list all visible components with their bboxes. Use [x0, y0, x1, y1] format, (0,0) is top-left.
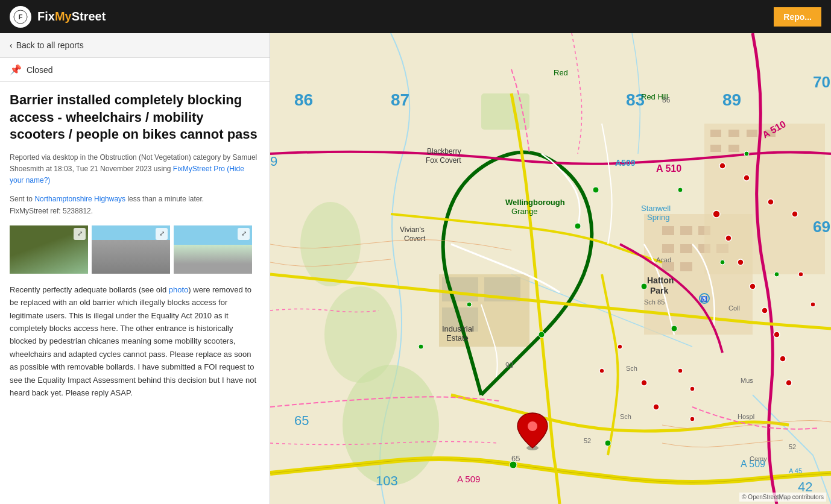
report-problem-button[interactable]: Repo...: [774, 7, 821, 27]
svg-rect-22: [710, 145, 721, 152]
location-pin-icon: 📌: [10, 64, 22, 75]
svg-text:Cemy: Cemy: [750, 455, 767, 462]
svg-point-100: [653, 404, 659, 410]
expand-photo-icon[interactable]: ⤢: [74, 228, 86, 240]
svg-point-102: [599, 368, 604, 373]
svg-text:89: 89: [722, 90, 741, 109]
svg-text:F: F: [19, 13, 23, 20]
report-title: Barrier installed completely blocking ac…: [10, 92, 260, 143]
svg-text:Grange: Grange: [511, 207, 537, 216]
svg-rect-12: [680, 244, 692, 253]
svg-point-82: [419, 344, 423, 349]
photo-thumbnail[interactable]: ⤢: [92, 225, 170, 274]
back-link-label: Back to all reports: [16, 40, 84, 50]
svg-text:Estate: Estate: [446, 333, 469, 342]
svg-point-79: [605, 440, 611, 446]
report-content: Barrier installed completely blocking ac…: [0, 82, 270, 409]
svg-rect-17: [704, 124, 825, 274]
svg-rect-9: [680, 226, 692, 235]
authority-link[interactable]: Northamptonshire Highways: [34, 195, 125, 203]
svg-point-109: [528, 421, 537, 431]
svg-point-93: [719, 163, 725, 169]
report-sidebar: ‹ Back to all reports 📌 Closed Barrier i…: [0, 33, 270, 504]
svg-point-87: [738, 259, 744, 265]
svg-point-72: [539, 332, 545, 338]
photo-strip: ⤢ ⤢ ⤢: [10, 225, 260, 274]
svg-point-81: [467, 302, 472, 307]
photo-thumbnail[interactable]: ⤢: [174, 225, 252, 274]
svg-point-71: [510, 461, 517, 468]
svg-point-85: [713, 210, 720, 218]
fixmystreet-pro-link[interactable]: FixMyStreet Pro: [173, 165, 225, 173]
svg-rect-18: [710, 130, 721, 137]
svg-rect-8: [662, 226, 674, 235]
expand-photo-icon[interactable]: ⤢: [238, 228, 250, 240]
map-attribution: © OpenStreetMap contributors: [739, 493, 826, 502]
svg-point-104: [678, 368, 683, 373]
svg-text:103: 103: [376, 473, 398, 488]
svg-point-84: [774, 272, 779, 277]
report-metadata: Reported via desktop in the Obstruction …: [10, 152, 260, 187]
svg-text:A509: A509: [615, 158, 636, 168]
svg-text:9: 9: [270, 154, 277, 169]
svg-text:Covert: Covert: [404, 235, 426, 243]
svg-point-101: [690, 417, 695, 421]
back-to-reports-link[interactable]: ‹ Back to all reports: [10, 40, 260, 50]
status-bar: 📌 Closed: [0, 58, 270, 82]
svg-point-86: [725, 235, 731, 241]
report-ref: FixMyStreet ref: 5238812.: [10, 207, 93, 215]
svg-point-89: [762, 307, 768, 313]
svg-text:Spring: Spring: [647, 213, 670, 222]
svg-point-74: [593, 187, 599, 193]
svg-text:52: 52: [789, 443, 796, 450]
map-area[interactable]: 86 87 83 89 70 69 9 65 103 42 A 510 A 51…: [270, 33, 831, 504]
status-badge: Closed: [27, 65, 53, 75]
sent-info: Sent to Northamptonshire Highways less t…: [10, 194, 260, 216]
chevron-left-icon: ‹: [10, 40, 13, 50]
svg-text:Hospl: Hospl: [738, 413, 754, 420]
svg-point-94: [744, 175, 750, 181]
svg-rect-16: [680, 262, 692, 271]
app-header: F FixMyStreet Repo...: [0, 0, 831, 33]
svg-point-96: [792, 211, 798, 217]
svg-text:86: 86: [294, 90, 313, 109]
svg-text:Blackberry: Blackberry: [427, 147, 461, 156]
svg-point-4: [324, 286, 397, 383]
map-canvas: 86 87 83 89 70 69 9 65 103 42 A 510 A 51…: [270, 33, 831, 504]
svg-point-78: [678, 187, 683, 192]
svg-text:Fox Covert: Fox Covert: [426, 156, 461, 165]
svg-rect-23: [728, 145, 739, 152]
svg-point-105: [690, 386, 695, 391]
svg-text:Acad: Acad: [656, 256, 671, 263]
svg-text:Industrial: Industrial: [442, 324, 474, 333]
svg-point-103: [618, 344, 622, 349]
svg-point-95: [768, 199, 774, 205]
logo-icon: F: [10, 6, 31, 28]
photo-thumbnail[interactable]: ⤢: [10, 225, 88, 274]
svg-point-76: [671, 326, 677, 332]
svg-point-77: [720, 260, 725, 265]
svg-point-97: [798, 272, 803, 277]
photo-link[interactable]: photo: [169, 285, 189, 294]
svg-text:A 510: A 510: [656, 163, 681, 174]
svg-text:A 45: A 45: [789, 467, 802, 474]
main-layout: ‹ Back to all reports 📌 Closed Barrier i…: [0, 33, 831, 504]
svg-text:♿: ♿: [701, 295, 708, 303]
svg-point-73: [575, 223, 581, 229]
svg-text:69: 69: [813, 218, 830, 236]
svg-text:86: 86: [662, 96, 671, 104]
svg-point-98: [810, 302, 815, 307]
expand-photo-icon[interactable]: ⤢: [156, 228, 168, 240]
svg-text:Vivian's: Vivian's: [400, 225, 425, 234]
svg-point-91: [780, 356, 786, 362]
svg-text:Sch: Sch: [626, 365, 637, 372]
svg-text:Sch: Sch: [620, 413, 631, 420]
svg-text:52: 52: [584, 437, 591, 444]
report-body: Recently perfectly adequate bollards (se…: [10, 283, 260, 400]
svg-text:Wellingborough: Wellingborough: [505, 198, 565, 207]
svg-point-92: [786, 380, 792, 386]
svg-text:Stanwell: Stanwell: [641, 204, 671, 213]
svg-text:Red: Red: [554, 68, 568, 77]
svg-point-83: [744, 151, 749, 156]
svg-text:87: 87: [391, 90, 409, 109]
